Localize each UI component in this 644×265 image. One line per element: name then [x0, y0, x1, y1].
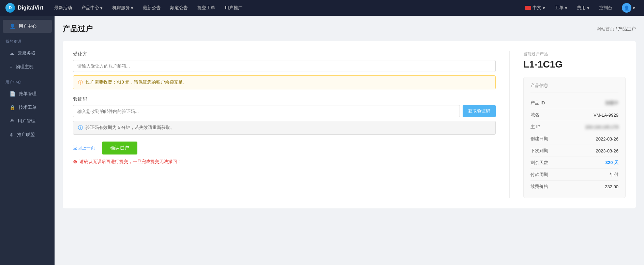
product-info-row: 付款周期年付 [530, 169, 618, 181]
sidebar-item-user-management[interactable]: 👁 用户管理 [3, 115, 52, 128]
sidebar-item-cloud-server[interactable]: ☁ 云服务器 [3, 47, 52, 60]
product-info-value: 104.144.145.179 [585, 124, 618, 130]
logo[interactable]: D DigitalVirt [5, 3, 43, 13]
product-info-row: 产品 ID加载中 [530, 97, 618, 109]
error-message: ⊗ 请确认无误后再进行提交，一旦完成提交无法撤回！ [73, 159, 496, 165]
content-card: 受让方 ⓘ 过户需要收费：¥10 元，请保证您的账户余额充足。 验证码 获取验证… [63, 41, 636, 208]
fee-notice: ⓘ 过户需要收费：¥10 元，请保证您的账户余额充足。 [73, 75, 496, 89]
product-info-key: 续费价格 [530, 183, 548, 190]
form-section: 受让方 ⓘ 过户需要收费：¥10 元，请保证您的账户余额充足。 验证码 获取验证… [73, 51, 510, 198]
sidebar-section-resources: 我的资源 [0, 33, 55, 46]
dropdown-icon: ▾ [100, 5, 103, 11]
bill-icon: 📄 [10, 91, 15, 97]
product-info-key: 创建日期 [530, 136, 548, 142]
breadcrumb-current: 产品过户 [618, 26, 636, 31]
product-info-row: 创建日期2022-08-26 [530, 133, 618, 145]
breadcrumb-separator: / [616, 26, 618, 31]
back-button[interactable]: 返回上一页 [73, 145, 95, 151]
nav-item-products[interactable]: 产品中心 ▾ [77, 0, 107, 16]
confirm-button[interactable]: 确认过户 [102, 142, 137, 154]
main-content: 产品过户 网站首页 / 产品过户 受让方 ⓘ 过户需要收费：¥10 元，请保证您… [55, 16, 644, 265]
product-info-row: 剩余天数320 天 [530, 157, 618, 169]
recipient-input[interactable] [73, 60, 496, 72]
lock-icon: 🔒 [10, 105, 15, 110]
product-info-value: VM-LA-9929 [594, 113, 618, 118]
product-info-key: 付款周期 [530, 172, 548, 178]
product-info-key: 下次到期 [530, 148, 548, 154]
nav-billing[interactable]: 费用 ▾ [573, 0, 593, 16]
nav-item-announcements[interactable]: 最新公告 [139, 0, 165, 16]
breadcrumb: 网站首页 / 产品过户 [597, 26, 636, 32]
product-info-row: 下次到期2023-08-26 [530, 145, 618, 157]
top-navigation: D DigitalVirt 最新活动 产品中心 ▾ 机房服务 ▾ 最新公告 频道… [0, 0, 644, 16]
avatar: 👤 [622, 3, 631, 13]
product-info-key: 产品 ID [530, 100, 545, 106]
product-info-title: 产品信息 [530, 83, 618, 92]
flag-icon [525, 6, 531, 10]
product-info-key: 主 IP [530, 124, 540, 130]
sidebar: 👤 用户中心 我的资源 ☁ 云服务器 ≡ 物理主机 用户中心 📄 账单管理 🔒 … [0, 16, 55, 265]
sidebar-item-tech-ticket[interactable]: 🔒 技术工单 [3, 101, 52, 114]
product-info-row: 域名VM-LA-9929 [530, 109, 618, 121]
nav-ticket[interactable]: 工单 ▾ [551, 0, 571, 16]
language-selector[interactable]: 中文 ▾ [522, 0, 549, 16]
product-info-value: 加载中 [605, 100, 618, 106]
product-info-value: 2022-08-26 [596, 136, 619, 142]
product-info-box: 产品信息 产品 ID加载中域名VM-LA-9929主 IP104.144.145… [523, 77, 626, 198]
product-info-key: 域名 [530, 112, 539, 118]
dropdown-icon: ▾ [131, 5, 133, 11]
verification-label: 验证码 [73, 96, 496, 102]
sidebar-item-physical-host[interactable]: ≡ 物理主机 [3, 60, 52, 73]
cloud-icon: ☁ [10, 50, 14, 56]
info-icon: ⓘ [78, 125, 83, 131]
sidebar-section-user-center: 用户中心 [0, 74, 55, 87]
product-info-row: 续费价格232.00 [530, 181, 618, 192]
product-info-value: 232.00 [605, 184, 618, 189]
server-icon: ≡ [10, 64, 12, 70]
error-icon: ⊗ [73, 159, 77, 165]
nav-items: 最新活动 产品中心 ▾ 机房服务 ▾ 最新公告 频道公告 提交工单 用户推广 [50, 0, 522, 16]
sidebar-item-user-center[interactable]: 👤 用户中心 [3, 20, 52, 33]
nav-item-datacenter[interactable]: 机房服务 ▾ [108, 0, 137, 16]
dropdown-icon: ▾ [543, 5, 545, 11]
logo-icon: D [5, 3, 15, 13]
nav-item-ticket[interactable]: 提交工单 [193, 0, 219, 16]
nav-item-promo[interactable]: 用户推广 [221, 0, 246, 16]
sidebar-item-affiliate[interactable]: ⊕ 推广联盟 [3, 128, 52, 141]
nav-user[interactable]: 👤 ▾ [618, 0, 639, 16]
product-info-value: 年付 [610, 172, 618, 178]
product-info-row: 主 IP104.144.145.179 [530, 121, 618, 133]
product-name: L1-1C1G [523, 59, 626, 70]
dropdown-icon: ▾ [565, 5, 567, 11]
recipient-label: 受让方 [73, 51, 496, 57]
nav-item-channel[interactable]: 频道公告 [166, 0, 192, 16]
product-info-key: 剩余天数 [530, 160, 548, 166]
nav-console[interactable]: 控制台 [596, 0, 616, 16]
dropdown-icon: ▾ [587, 5, 589, 11]
nav-right: 中文 ▾ 工单 ▾ 费用 ▾ 控制台 👤 ▾ [522, 0, 639, 16]
breadcrumb-home[interactable]: 网站首页 [597, 26, 614, 31]
product-section: 当前过户产品 L1-1C1G 产品信息 产品 ID加载中域名VM-LA-9929… [510, 51, 626, 198]
eye-icon: 👁 [10, 118, 14, 124]
verification-input[interactable] [73, 105, 460, 117]
sidebar-item-billing[interactable]: 📄 账单管理 [3, 87, 52, 100]
form-actions: 返回上一页 确认过户 [73, 142, 496, 154]
dropdown-icon: ▾ [633, 5, 635, 11]
logo-text: DigitalVirt [18, 5, 43, 11]
page-title: 产品过户 [63, 24, 93, 34]
verification-group: 验证码 获取验证码 ⓘ 验证码有效期为 5 分钟，若失效请重新获取。 [73, 96, 496, 135]
verification-notice: ⓘ 验证码有效期为 5 分钟，若失效请重新获取。 [73, 121, 496, 135]
product-info-value: 2023-08-26 [596, 148, 619, 153]
product-info-value: 320 天 [605, 160, 618, 166]
get-code-button[interactable]: 获取验证码 [463, 105, 496, 117]
user-icon: 👤 [10, 24, 15, 29]
recipient-group: 受让方 ⓘ 过户需要收费：¥10 元，请保证您的账户余额充足。 [73, 51, 496, 89]
verification-input-row: 获取验证码 [73, 105, 496, 117]
plus-circle-icon: ⊕ [10, 132, 14, 137]
warning-icon: ⓘ [78, 79, 83, 86]
page-header: 产品过户 网站首页 / 产品过户 [63, 24, 636, 34]
product-section-label: 当前过户产品 [523, 51, 626, 57]
nav-item-activity[interactable]: 最新活动 [50, 0, 76, 16]
